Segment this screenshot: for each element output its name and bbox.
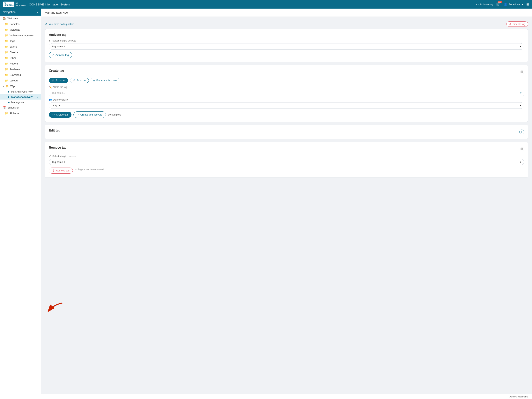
sidebar-label-reports: Reports: [10, 62, 19, 65]
sidebar-header: Navigation ‹: [0, 9, 41, 16]
header-activate-tag[interactable]: 🏷 Activate tag: [476, 3, 493, 6]
remove-tag-select[interactable]: Tag name 1 ▾: [49, 159, 524, 165]
people-icon: 👥: [49, 98, 52, 101]
from-csv-button[interactable]: 📄 From csv: [70, 78, 89, 83]
sidebar-label-run-analyses: Run Analyses New: [11, 90, 32, 93]
pencil-icon: ✏️: [49, 86, 52, 89]
sidebar-label-all-items: All items: [10, 112, 19, 115]
visibility-select[interactable]: Only me ▾: [49, 102, 524, 109]
sidebar-item-exams[interactable]: › 📁 Exams: [0, 44, 41, 50]
sidebar: Navigation ‹ 🏠 Welcome › 📁 Samples › 📁 M…: [0, 9, 41, 394]
edit-icon: ✏: [520, 91, 522, 95]
sidebar-label-other: Other: [10, 57, 16, 59]
alert-bar: 🏷 You have no tag active ⊗ Disable tag: [45, 20, 528, 29]
remove-select-label: 🏷 Select a tag to remove: [49, 155, 524, 158]
tag-icon: 🏷: [476, 3, 479, 6]
remove-tag-title: Remove tag: [49, 146, 67, 149]
sidebar-item-analyses[interactable]: › 📁 Analyses: [0, 66, 41, 72]
chevron-icon: ›: [3, 79, 3, 82]
sidebar-label-checks: Checks: [10, 51, 18, 54]
chevron-down-icon: ▾: [520, 104, 521, 107]
calendar-icon: 📅: [3, 106, 6, 109]
sidebar-collapse-btn[interactable]: ‹: [37, 11, 38, 14]
cart-icon: 🛒: [51, 79, 54, 82]
sidebar-item-reports[interactable]: › 📁 Reports: [0, 61, 41, 66]
tag-label-icon: 🏷: [49, 155, 51, 158]
sidebar-label-metadata: Metadata: [10, 28, 20, 31]
remove-tag-button[interactable]: 🗑 Remove tag: [49, 167, 73, 174]
folder-icon: 📁: [5, 28, 8, 31]
activate-tag-button[interactable]: ✓ Activate tag: [49, 52, 72, 58]
folder-icon: 📁: [5, 112, 8, 115]
logo: ne HEALTHJP neHEALTHJP: [3, 1, 26, 7]
header-cart[interactable]: 🛒 999: [496, 2, 500, 6]
add-edit-tag-button[interactable]: +: [519, 129, 524, 134]
sidebar-item-samples[interactable]: › 📁 Samples: [0, 21, 41, 27]
samples-count: 99 samples: [108, 113, 121, 116]
folder-icon: 📁: [5, 51, 8, 54]
sidebar-label-wip: Wip: [10, 85, 15, 88]
edit-tag-card: Edit tag +: [45, 125, 528, 139]
sidebar-item-welcome[interactable]: 🏠 Welcome: [0, 16, 41, 21]
sidebar-item-scheduler[interactable]: 📅 Scheduler: [0, 105, 41, 110]
warning-text: ⚠ Tag cannot be recovered: [75, 168, 104, 171]
folder-icon: 📁: [5, 62, 8, 65]
sidebar-item-wip[interactable]: ∨ 📂 Wip: [0, 83, 41, 89]
sidebar-item-other[interactable]: › 📁 Other: [0, 55, 41, 61]
sidebar-item-upload[interactable]: › 📁 Upload: [0, 78, 41, 83]
acknowledgements-label: Acknowledgements: [510, 395, 528, 398]
disable-tag-button[interactable]: ⊗ Disable tag: [506, 21, 528, 27]
folder-icon: 📁: [5, 34, 8, 37]
sidebar-item-download[interactable]: › 📁 Download: [0, 72, 41, 78]
tag-circle-icon: 🏷: [45, 23, 48, 26]
close-remove-icon[interactable]: ✕: [520, 147, 524, 151]
sidebar-label-samples: Samples: [10, 23, 19, 26]
csv-icon: 📄: [72, 79, 75, 82]
activate-tag-title: Activate tag: [49, 33, 524, 37]
layout-icon[interactable]: ⊞: [526, 3, 529, 6]
collapse-icon: ‹: [37, 96, 38, 98]
page-content: 🏷 You have no tag active ⊗ Disable tag A…: [41, 17, 532, 394]
sidebar-item-checks[interactable]: › 📁 Checks: [0, 50, 41, 55]
sidebar-item-all-items[interactable]: › 📁 All items: [0, 110, 41, 116]
from-sample-codes-button[interactable]: ⊞ From sample codes: [91, 78, 119, 83]
tag-icon: 🏷: [52, 113, 55, 116]
close-create-icon[interactable]: ✕: [520, 70, 524, 74]
sidebar-label-download: Download: [10, 73, 21, 76]
sidebar-item-variants[interactable]: › 📁 Variants management: [0, 32, 41, 38]
chevron-icon: ›: [3, 57, 3, 59]
name-tag-label: ✏️ Name the tag: [49, 86, 524, 89]
sidebar-subitem-manage-tags[interactable]: ▶ Manage tags New ‹: [0, 94, 41, 100]
sidebar-label-scheduler: Scheduler: [7, 106, 19, 109]
create-activate-button[interactable]: ✓ Create and activate: [73, 111, 106, 118]
visibility-label: 👥 Define visibility: [49, 98, 524, 101]
folder-icon: 📁: [5, 39, 8, 42]
layout: Navigation ‹ 🏠 Welcome › 📁 Samples › 📁 M…: [0, 9, 532, 394]
sidebar-item-metadata[interactable]: › 📁 Metadata: [0, 27, 41, 32]
sidebar-label-upload: Upload: [10, 79, 18, 82]
folder-open-icon: 📂: [6, 85, 9, 88]
header-right: 🏷 Activate tag 🛒 999 👤 SuperUser ▾ ⊞: [476, 2, 529, 6]
folder-icon: 📁: [5, 79, 8, 82]
folder-icon: 📁: [5, 57, 8, 59]
create-tag-button[interactable]: 🏷 Create tag: [49, 112, 71, 118]
from-cart-button[interactable]: 🛒 From cart: [49, 78, 68, 83]
sidebar-subitem-manage-cart[interactable]: ▶ Manage cart: [0, 100, 41, 105]
sidebar-item-tags[interactable]: › 📁 Tags: [0, 38, 41, 44]
header-user[interactable]: 👤 SuperUser ▾: [504, 3, 523, 6]
home-icon: 🏠: [3, 17, 6, 20]
folder-icon: 📁: [5, 73, 8, 76]
sidebar-subitem-run-analyses[interactable]: ▶ Run Analyses New: [0, 89, 41, 94]
tag-name-input[interactable]: [49, 90, 524, 96]
chevron-down-icon: ▾: [522, 3, 523, 6]
trash-icon: 🗑: [52, 169, 55, 172]
subitem-icon: ▶: [8, 90, 10, 93]
sidebar-label-welcome: Welcome: [7, 17, 18, 20]
folder-icon: 📁: [5, 68, 8, 71]
circle-x-icon: ⊗: [509, 23, 511, 26]
cart-badge: 999: [498, 1, 502, 3]
edit-tag-title: Edit tag: [49, 129, 60, 132]
chevron-icon: ›: [3, 23, 3, 25]
activate-tag-select[interactable]: Tag name 1 ▾: [49, 43, 524, 50]
chevron-down-icon: ▾: [520, 45, 521, 48]
